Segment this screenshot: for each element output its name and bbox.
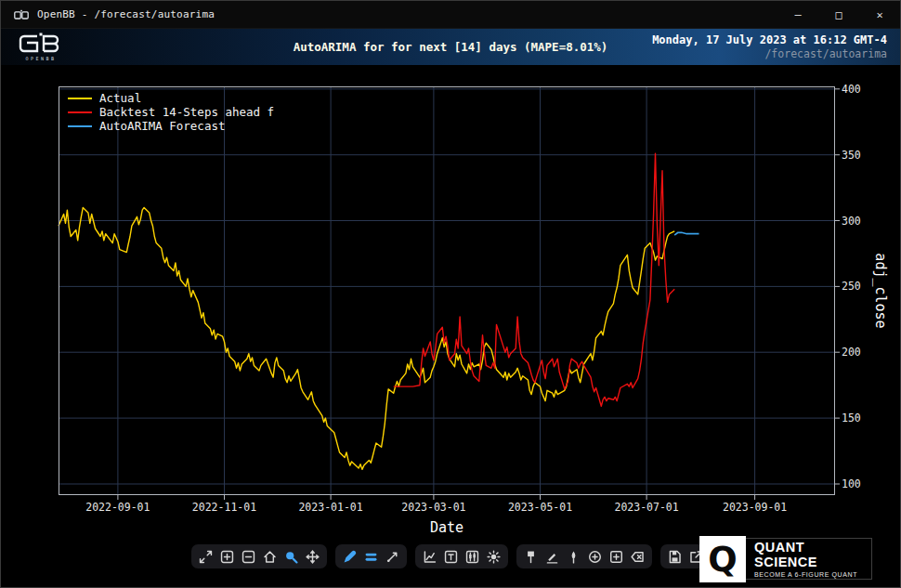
y-tick-label: 200 — [842, 346, 861, 359]
toolbar-group-display — [415, 544, 508, 568]
zoom-in-icon[interactable] — [216, 546, 238, 567]
legend-item-forecast[interactable]: AutoARIMA Forecast — [68, 119, 274, 133]
pan-icon[interactable] — [302, 546, 323, 567]
plot-svg — [59, 86, 835, 495]
legend[interactable]: Actual Backtest 14-Steps ahead f AutoARI… — [68, 91, 274, 133]
light-mode-icon[interactable] — [483, 546, 504, 567]
x-tick-label: 2022-09-01 — [85, 501, 150, 514]
header-datetime: Monday, 17 July 2023 at 16:12 GMT-4 — [652, 33, 887, 46]
legend-swatch-actual — [68, 98, 92, 99]
openbb-app-icon — [14, 9, 29, 20]
openbb-brand-label: OPENBB — [25, 56, 56, 61]
close-button[interactable]: ✕ — [859, 1, 900, 29]
legend-label: AutoARIMA Forecast — [99, 119, 225, 133]
titlebar: OpenBB - /forecast/autoarima – □ ✕ — [1, 1, 900, 29]
toolbar-group-drawing — [335, 544, 407, 568]
minimize-button[interactable]: – — [777, 1, 818, 29]
branding-subtitle: BECOME A 6-FIGURE QUANT — [754, 571, 871, 578]
edit-line-icon[interactable] — [542, 546, 563, 567]
y-tick-label: 350 — [842, 149, 861, 162]
legend-label: Actual — [99, 91, 141, 105]
y-tick-label: 100 — [842, 477, 861, 490]
draw-marker-icon[interactable] — [520, 546, 542, 567]
erase-drawing-icon[interactable] — [627, 546, 648, 567]
x-tick-label: 2023-01-01 — [298, 501, 362, 514]
x-tick-label: 2022-11-01 — [192, 501, 256, 514]
branding-title: QUANT SCIENCE — [754, 540, 871, 569]
quant-science-badge: Q QUANT SCIENCE BECOME A 6-FIGURE QUANT — [712, 538, 872, 580]
x-axis-title: Date — [430, 519, 464, 536]
window-title: OpenBB - /forecast/autoarima — [37, 8, 215, 20]
x-tick-label: 2023-03-01 — [401, 501, 465, 514]
y-tick-label: 300 — [842, 215, 861, 228]
legend-swatch-forecast — [68, 125, 92, 127]
add-rect-icon[interactable] — [606, 546, 627, 567]
candlestick-icon[interactable] — [462, 546, 483, 567]
header: OPENBB AutoARIMA for for next [14] days … — [1, 29, 900, 65]
add-circle-icon[interactable] — [584, 546, 606, 567]
zoom-icon[interactable] — [281, 546, 302, 567]
reset-axes-icon[interactable] — [259, 546, 281, 567]
q-icon: Q — [708, 542, 737, 577]
y-axis-title: adj_close — [872, 253, 889, 328]
add-text-icon[interactable] — [440, 546, 462, 567]
zoom-out-icon[interactable] — [238, 546, 259, 567]
maximize-button[interactable]: □ — [818, 1, 859, 29]
line-chart-icon[interactable] — [419, 546, 440, 567]
y-tick-label: 400 — [842, 83, 861, 96]
header-breadcrumb: /forecast/autoarima — [652, 47, 887, 60]
legend-item-backtest[interactable]: Backtest 14-Steps ahead f — [68, 105, 274, 119]
x-tick-label: 2023-05-01 — [508, 501, 572, 514]
plot-area[interactable] — [59, 86, 835, 495]
x-tick-label: 2023-07-01 — [614, 501, 678, 514]
quant-science-logo: Q — [699, 536, 746, 582]
autoscale-icon[interactable] — [195, 546, 216, 567]
draw-lines-icon[interactable] — [360, 546, 382, 567]
y-tick-label: 250 — [842, 280, 861, 293]
openbb-window: OpenBB - /forecast/autoarima – □ ✕ OPENB… — [0, 0, 901, 588]
x-tick-label: 2023-09-01 — [723, 501, 787, 514]
legend-label: Backtest 14-Steps ahead f — [99, 105, 274, 119]
toolbar-group-navigation — [191, 544, 327, 568]
legend-swatch-backtest — [68, 111, 92, 113]
toolbar-group-edit — [516, 544, 652, 568]
draw-pen-icon[interactable] — [339, 546, 360, 567]
draw-freehand-icon[interactable] — [563, 546, 584, 567]
annotate-icon[interactable] — [382, 546, 403, 567]
y-tick-label: 150 — [842, 412, 861, 425]
download-image-icon[interactable] — [664, 546, 686, 567]
legend-item-actual[interactable]: Actual — [68, 91, 274, 105]
